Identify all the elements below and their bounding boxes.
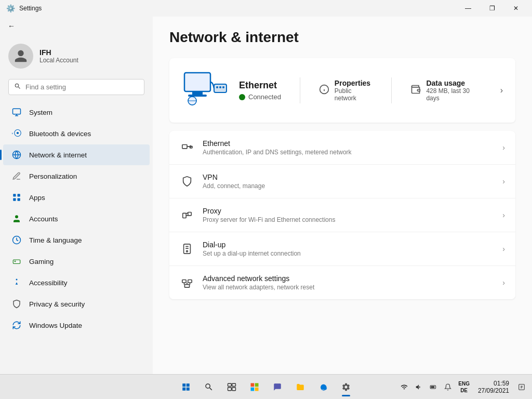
sidebar-item-label: Privacy & security	[29, 300, 85, 308]
ethernet-illustration	[182, 69, 229, 112]
user-name: IFH	[39, 48, 78, 57]
sidebar-item-time[interactable]: Time & language	[3, 230, 150, 250]
system-clock[interactable]: 01:59 27/09/2021	[474, 380, 513, 394]
titlebar-controls: — ❐ ✕	[456, 0, 528, 17]
sidebar-item-update[interactable]: Windows Update	[3, 315, 150, 336]
edge-button[interactable]	[313, 377, 334, 397]
chat-button[interactable]	[267, 377, 288, 397]
list-item[interactable]: Advanced network settings View all netwo…	[169, 266, 515, 299]
chevron-right-icon: ›	[502, 143, 505, 152]
ethernet-connection-info: Ethernet Connected	[239, 80, 281, 101]
minimize-button[interactable]: —	[456, 0, 480, 17]
tray-notification-icon[interactable]	[442, 377, 454, 397]
time-icon	[11, 235, 22, 245]
sidebar-item-gaming[interactable]: Gaming	[3, 251, 150, 272]
chevron-right-icon: ›	[502, 177, 505, 185]
svg-rect-10	[192, 91, 203, 95]
chevron-right-icon: ›	[502, 211, 505, 219]
sidebar: ← IFH Local Account	[0, 17, 153, 374]
sidebar-item-label: Windows Update	[29, 322, 82, 329]
proxy-item-icon	[180, 208, 194, 222]
svg-rect-29	[228, 387, 232, 390]
svg-rect-9	[184, 73, 210, 91]
list-item[interactable]: Dial-up Set up a dial-up internet connec…	[169, 232, 515, 266]
svg-rect-2	[13, 194, 16, 196]
task-view-button[interactable]	[221, 377, 242, 397]
data-usage-stat[interactable]: Data usage 428 MB, last 30 days	[410, 79, 481, 102]
taskbar-search-button[interactable]	[198, 377, 219, 397]
settings-taskbar-button[interactable]	[336, 377, 356, 397]
advanced-item-icon	[180, 275, 194, 290]
data-label: Data usage	[426, 79, 481, 87]
data-sub: 428 MB, last 30 days	[426, 87, 481, 102]
sidebar-item-personalization[interactable]: Personalization	[3, 166, 150, 187]
page-title: Network & internet	[169, 29, 515, 46]
file-explorer-button[interactable]	[290, 377, 311, 397]
tray-battery-icon[interactable]	[427, 377, 440, 397]
privacy-icon	[11, 299, 22, 309]
maximize-button[interactable]: ❐	[480, 0, 504, 17]
user-info: IFH Local Account	[39, 48, 78, 64]
settings-icon: ⚙️	[6, 4, 15, 12]
search-box[interactable]	[8, 79, 144, 95]
search-icon	[14, 83, 21, 91]
close-button[interactable]: ✕	[504, 0, 528, 17]
app-container: ← IFH Local Account	[0, 17, 532, 374]
hero-divider	[300, 77, 300, 103]
dialup-item-text: Dial-up Set up a dial-up internet connec…	[203, 241, 494, 257]
dialup-item-title: Dial-up	[203, 241, 494, 249]
taskbar-center	[176, 377, 356, 397]
properties-label: Properties	[335, 79, 373, 87]
list-item[interactable]: Ethernet Authentication, IP and DNS sett…	[169, 131, 515, 165]
properties-stat[interactable]: Properties Public network	[319, 79, 373, 102]
tray-action-center-icon[interactable]	[515, 377, 528, 397]
svg-rect-32	[255, 383, 259, 387]
sidebar-item-label: Personalization	[29, 172, 77, 180]
svg-rect-11	[188, 95, 207, 97]
sidebar-nav: System ⦿ Bluetooth & devices Network	[0, 101, 153, 336]
sidebar-item-system[interactable]: System	[3, 102, 150, 123]
tray-wifi-icon[interactable]	[398, 377, 410, 397]
svg-rect-31	[251, 383, 255, 387]
ethernet-item-icon	[180, 140, 194, 155]
sidebar-item-privacy[interactable]: Privacy & security	[3, 294, 150, 314]
back-button[interactable]: ←	[4, 19, 19, 33]
vpn-item-title: VPN	[203, 173, 494, 181]
list-item[interactable]: VPN Add, connect, manage ›	[169, 165, 515, 198]
list-item[interactable]: Proxy Proxy server for Wi-Fi and Etherne…	[169, 198, 515, 232]
dialup-item-subtitle: Set up a dial-up internet connection	[203, 250, 494, 257]
sidebar-item-label: Bluetooth & devices	[29, 130, 91, 138]
titlebar-left: ⚙️ Settings	[6, 4, 42, 12]
sidebar-item-label: Apps	[29, 194, 45, 202]
lang-text: ENGDE	[458, 381, 470, 393]
svg-rect-0	[13, 109, 21, 114]
ethernet-item-text: Ethernet Authentication, IP and DNS sett…	[203, 139, 494, 156]
tray-volume-icon[interactable]	[413, 377, 425, 397]
user-section[interactable]: IFH Local Account	[0, 33, 153, 77]
vpn-item-icon	[180, 174, 194, 189]
store-button[interactable]	[244, 377, 265, 397]
proxy-item-subtitle: Proxy server for Wi-Fi and Ethernet conn…	[203, 216, 494, 223]
sidebar-item-label: Gaming	[29, 258, 54, 265]
network-settings-list: Ethernet Authentication, IP and DNS sett…	[169, 131, 515, 299]
sidebar-item-accessibility[interactable]: Accessibility	[3, 272, 150, 293]
sidebar-item-network[interactable]: Network & internet	[3, 144, 150, 165]
search-input[interactable]	[25, 83, 139, 91]
sidebar-item-bluetooth[interactable]: ⦿ Bluetooth & devices	[3, 123, 150, 144]
language-indicator[interactable]: ENGDE	[456, 380, 472, 394]
sidebar-item-accounts[interactable]: Accounts	[3, 208, 150, 229]
svg-rect-20	[183, 213, 186, 218]
avatar	[8, 44, 33, 69]
vpn-item-text: VPN Add, connect, manage	[203, 173, 494, 190]
svg-point-6	[15, 215, 18, 218]
sidebar-item-apps[interactable]: Apps	[3, 187, 150, 208]
start-button[interactable]	[176, 377, 196, 397]
ethernet-item-title: Ethernet	[203, 139, 494, 148]
update-icon	[11, 320, 22, 330]
data-usage-icon	[410, 84, 421, 97]
svg-rect-25	[188, 280, 192, 283]
advanced-item-subtitle: View all network adapters, network reset	[203, 284, 494, 291]
ethernet-item-subtitle: Authentication, IP and DNS settings, met…	[203, 149, 494, 156]
properties-info: Properties Public network	[335, 79, 373, 102]
hero-divider-2	[391, 77, 392, 103]
